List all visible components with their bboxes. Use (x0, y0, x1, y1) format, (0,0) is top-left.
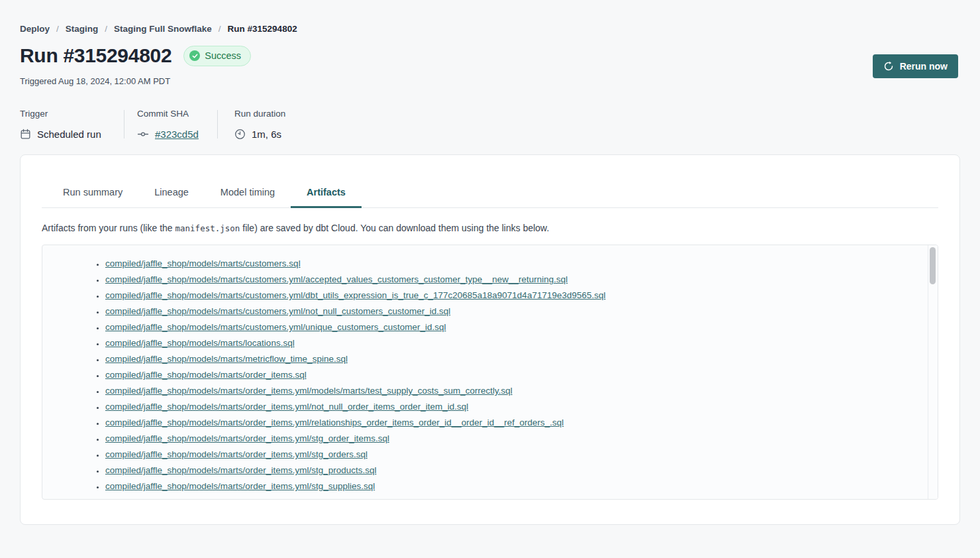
trigger-label: Trigger (20, 109, 124, 119)
artifact-file-link[interactable]: compiled/jaffle_shop/models/marts/order_… (105, 433, 389, 443)
tab[interactable]: Artifacts (291, 187, 362, 207)
artifact-file-item: compiled/jaffle_shop/models/marts/order_… (105, 367, 928, 383)
clock-icon (234, 129, 246, 140)
artifact-file-scroll-area: compiled/jaffle_shop/models/marts/custom… (42, 245, 928, 499)
refresh-icon (883, 61, 894, 72)
status-badge: Success (183, 46, 251, 66)
tab[interactable]: Lineage (138, 187, 205, 207)
artifact-file-item: compiled/jaffle_shop/models/marts/order_… (105, 478, 928, 494)
artifact-file-link[interactable]: compiled/jaffle_shop/models/marts/custom… (105, 322, 446, 332)
duration-info: Run duration 1m, 6s (218, 109, 285, 140)
artifact-file-link[interactable]: compiled/jaffle_shop/models/marts/custom… (105, 306, 450, 316)
artifact-file-list: compiled/jaffle_shop/models/marts/custom… (42, 256, 928, 499)
duration-label: Run duration (234, 109, 285, 119)
breadcrumb-current-run: Run #315294802 (228, 24, 297, 34)
tab[interactable]: Model timing (205, 187, 291, 207)
artifact-file-link[interactable]: compiled/jaffle_shop/models/marts/metric… (105, 354, 348, 364)
artifact-file-panel: compiled/jaffle_shop/models/marts/custom… (42, 245, 938, 500)
run-detail-card: Run summary Lineage Model timing Artifac… (20, 154, 960, 525)
calendar-icon (20, 129, 31, 140)
tab[interactable]: Run summary (47, 187, 138, 207)
artifact-file-item: compiled/jaffle_shop/models/marts/custom… (105, 288, 928, 304)
trigger-value: Scheduled run (37, 129, 101, 140)
run-detail-page: Deploy / Staging / Staging Full Snowflak… (0, 0, 980, 525)
artifact-file-link[interactable]: compiled/jaffle_shop/models/marts/order_… (105, 402, 468, 412)
commit-label: Commit SHA (137, 109, 217, 119)
artifact-file-item: compiled/jaffle_shop/models/marts/locati… (105, 335, 928, 351)
artifact-file-link[interactable]: compiled/jaffle_shop/models/marts/order_… (105, 497, 464, 499)
trigger-info: Trigger Scheduled run (20, 109, 124, 140)
triggered-timestamp: Triggered Aug 18, 2024, 12:00 AM PDT (20, 76, 960, 86)
artifact-file-link[interactable]: compiled/jaffle_shop/models/marts/locati… (105, 338, 295, 348)
breadcrumb: Deploy / Staging / Staging Full Snowflak… (20, 0, 960, 34)
manifest-json-code: manifest.json (175, 223, 240, 233)
breadcrumb-staging[interactable]: Staging (66, 24, 99, 34)
breadcrumb-deploy[interactable]: Deploy (20, 24, 50, 34)
artifact-file-item: compiled/jaffle_shop/models/marts/order_… (105, 447, 928, 463)
artifact-file-item: compiled/jaffle_shop/models/marts/custom… (105, 272, 928, 288)
artifact-file-item: compiled/jaffle_shop/models/marts/order_… (105, 431, 928, 447)
status-badge-label: Success (205, 50, 241, 61)
breadcrumb-separator: / (105, 24, 107, 34)
artifact-file-item: compiled/jaffle_shop/models/marts/custom… (105, 256, 928, 272)
artifacts-description: Artifacts from your runs (like the manif… (42, 223, 938, 233)
scrollbar-track[interactable] (928, 245, 938, 499)
artifact-file-link[interactable]: compiled/jaffle_shop/models/marts/order_… (105, 449, 368, 459)
breadcrumb-separator: / (219, 24, 221, 34)
artifact-file-item: compiled/jaffle_shop/models/marts/custom… (105, 304, 928, 319)
rerun-button-label: Rerun now (900, 61, 948, 72)
page-title: Run #315294802 (20, 44, 172, 67)
success-check-icon (189, 50, 200, 61)
artifact-file-link[interactable]: compiled/jaffle_shop/models/marts/order_… (105, 386, 513, 396)
artifact-file-link[interactable]: compiled/jaffle_shop/models/marts/custom… (105, 258, 301, 268)
artifact-file-link[interactable]: compiled/jaffle_shop/models/marts/custom… (105, 290, 606, 300)
git-commit-icon (137, 129, 149, 140)
artifact-file-link[interactable]: compiled/jaffle_shop/models/marts/custom… (105, 274, 567, 284)
artifact-file-item: compiled/jaffle_shop/models/marts/order_… (105, 383, 928, 399)
artifact-file-item: compiled/jaffle_shop/models/marts/order_… (105, 463, 928, 478)
breadcrumb-job[interactable]: Staging Full Snowflake (114, 24, 212, 34)
run-info-row: Trigger Scheduled run Commit SHA (20, 109, 960, 140)
artifact-file-link[interactable]: compiled/jaffle_shop/models/marts/order_… (105, 370, 307, 380)
artifact-file-link[interactable]: compiled/jaffle_shop/models/marts/order_… (105, 418, 564, 427)
rerun-now-button[interactable]: Rerun now (873, 54, 958, 78)
artifact-file-item: compiled/jaffle_shop/models/marts/metric… (105, 351, 928, 367)
artifact-file-item: compiled/jaffle_shop/models/marts/order_… (105, 399, 928, 415)
artifact-file-link[interactable]: compiled/jaffle_shop/models/marts/order_… (105, 481, 375, 491)
breadcrumb-separator: / (56, 24, 59, 34)
title-row: Run #315294802 Success (20, 44, 960, 67)
artifact-file-item: compiled/jaffle_shop/models/marts/custom… (105, 319, 928, 335)
tab-bar: Run summary Lineage Model timing Artifac… (42, 187, 938, 208)
commit-info: Commit SHA #323cd5d (124, 109, 217, 140)
artifact-file-item: compiled/jaffle_shop/models/marts/order_… (105, 494, 928, 499)
duration-value: 1m, 6s (252, 129, 281, 140)
artifact-file-item: compiled/jaffle_shop/models/marts/order_… (105, 415, 928, 431)
commit-sha-link[interactable]: #323cd5d (155, 129, 199, 140)
scrollbar-thumb[interactable] (930, 247, 936, 284)
artifact-file-link[interactable]: compiled/jaffle_shop/models/marts/order_… (105, 465, 376, 475)
